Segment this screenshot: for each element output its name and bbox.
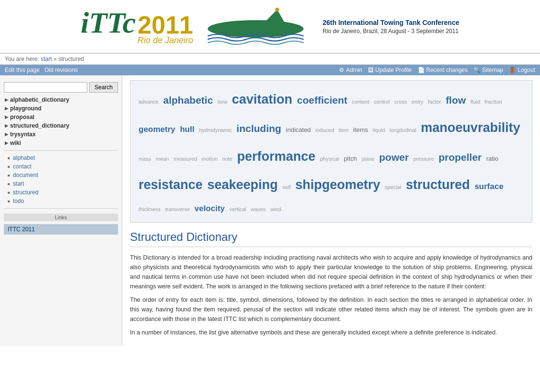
tag-flow[interactable]: flow: [446, 95, 466, 106]
update-profile-link[interactable]: 🖼 Update Profile: [368, 67, 411, 73]
sidebar-item-alphabet[interactable]: alphabet: [0, 154, 122, 162]
tag-liquid[interactable]: liquid: [373, 127, 385, 133]
tag-indicated[interactable]: indicated: [286, 126, 311, 133]
tag-advance[interactable]: advance: [139, 99, 159, 105]
search-input[interactable]: [4, 82, 87, 93]
sidebar-item-structured[interactable]: structured: [0, 188, 122, 197]
conference-info: 26th International Towing Tank Conferenc…: [323, 18, 459, 35]
sidebar-item-proposal[interactable]: proposal: [0, 113, 122, 121]
tag-entry[interactable]: entry: [411, 99, 423, 105]
tag-shipgeometry[interactable]: shipgeometry: [295, 178, 380, 192]
page-header: iTTc 2011 Rio de Janeiro 26th Internati: [0, 0, 540, 54]
search-button[interactable]: Search: [89, 82, 118, 93]
tag-surface[interactable]: surface: [474, 182, 503, 191]
dict-order-para: The order of entry for each item is: tit…: [130, 295, 532, 324]
gear-icon: ⚙: [339, 67, 344, 73]
conf-subtitle: Rio de Janeiro, Brazil, 28 August - 3 Se…: [323, 28, 459, 35]
svg-point-1: [275, 8, 279, 12]
tag-content[interactable]: content: [352, 99, 369, 105]
tag-resistance[interactable]: resistance: [139, 178, 203, 192]
tag-manoeuvrability[interactable]: manoeuvrability: [421, 120, 520, 135]
tag-bow[interactable]: bow: [218, 99, 227, 105]
sidebar-item-todo[interactable]: todo: [0, 197, 122, 205]
sidebar-item-start[interactable]: start: [0, 179, 122, 188]
content-area: advance alphabetic bow cavitation coeffi…: [122, 75, 540, 346]
toolbar-right: ⚙ Admin 🖼 Update Profile 📄 Recent change…: [339, 67, 535, 73]
sidebar-item-wiki[interactable]: wiki: [0, 139, 122, 147]
tag-longitudinal[interactable]: longitudinal: [389, 127, 416, 133]
breadcrumb-start[interactable]: start: [41, 56, 52, 62]
dict-title: Structured Dictionary: [130, 230, 532, 247]
sidebar-item-structured-dictionary[interactable]: structured_dictionary: [0, 121, 122, 130]
sidebar: Search alphabetic_dictionary playground …: [0, 75, 122, 346]
tag-wind[interactable]: wind: [270, 206, 282, 212]
tag-cavitation[interactable]: cavitation: [232, 92, 293, 107]
tag-measured[interactable]: measured: [174, 156, 197, 162]
tag-plane[interactable]: plane: [362, 156, 375, 162]
tag-note[interactable]: note: [222, 156, 232, 162]
sidebar-item-alphabetic-dictionary[interactable]: alphabetic_dictionary: [0, 95, 122, 104]
tag-fraction[interactable]: fraction: [485, 99, 502, 105]
links-item-ittc[interactable]: ITTC 2011: [4, 224, 118, 235]
tag-mass[interactable]: mass: [139, 156, 151, 162]
tag-items[interactable]: items: [353, 126, 368, 133]
changes-icon: 📄: [418, 67, 425, 73]
tag-motion[interactable]: motion: [202, 156, 218, 162]
tag-factor[interactable]: factor: [428, 99, 441, 105]
tag-waves[interactable]: waves: [251, 206, 266, 212]
tag-vertical[interactable]: vertical: [229, 206, 246, 212]
tag-seakeeping[interactable]: seakeeping: [207, 178, 278, 192]
tag-fluid[interactable]: fluid: [470, 99, 480, 105]
tag-special[interactable]: special: [385, 184, 401, 190]
tag-pitch[interactable]: pitch: [344, 155, 357, 162]
tag-alphabetic[interactable]: alphabetic: [163, 95, 213, 106]
tag-propeller[interactable]: propeller: [438, 152, 481, 163]
profile-icon: 🖼: [368, 67, 374, 73]
toolbar-left: Edit this page Old revisions: [5, 67, 78, 73]
dict-instances-para: In a number of instances, the list give …: [130, 328, 532, 337]
tag-including[interactable]: including: [236, 123, 281, 134]
logo-area: iTTc 2011 Rio de Janeiro: [81, 8, 193, 46]
tag-velocity[interactable]: velocity: [194, 204, 224, 213]
tag-mean[interactable]: mean: [156, 156, 169, 162]
tag-pressure[interactable]: pressure: [413, 156, 434, 162]
dictionary-section: Structured Dictionary This Dictionary is…: [130, 230, 532, 337]
sidebar-item-document[interactable]: document: [0, 171, 122, 179]
main-layout: Search alphabetic_dictionary playground …: [0, 75, 540, 346]
sidebar-item-playground[interactable]: playground: [0, 104, 122, 113]
tag-performance[interactable]: performance: [237, 149, 316, 164]
toolbar: Edit this page Old revisions ⚙ Admin 🖼 U…: [0, 65, 540, 75]
tag-structured[interactable]: structured: [406, 178, 470, 192]
sidebar-item-trysyntax[interactable]: trysyntax: [0, 130, 122, 139]
tag-item[interactable]: item: [339, 127, 349, 133]
breadcrumb-current: structured: [59, 56, 84, 62]
tag-cloud: advance alphabetic bow cavitation coeffi…: [130, 80, 532, 223]
sitemap-link[interactable]: 🔍 Sitemap: [473, 67, 503, 73]
tag-induced[interactable]: induced: [316, 127, 334, 133]
logo-ship-graphic: [203, 5, 308, 48]
edit-page-link[interactable]: Edit this page: [5, 67, 40, 73]
logo-year: 2011: [138, 12, 193, 37]
tag-cross[interactable]: cross: [394, 99, 407, 105]
tag-control[interactable]: control: [374, 99, 390, 105]
search-area: Search: [0, 79, 122, 95]
logout-link[interactable]: 🚪 Logout: [509, 67, 535, 73]
sidebar-divider-2: [4, 208, 118, 209]
tag-geometry[interactable]: geometry: [139, 125, 176, 134]
tag-self[interactable]: self: [282, 184, 291, 190]
sidebar-item-contact[interactable]: contact: [0, 162, 122, 171]
tag-power[interactable]: power: [379, 152, 409, 163]
tag-coefficient[interactable]: coefficient: [297, 95, 347, 106]
tag-transverse[interactable]: transverse: [165, 206, 189, 212]
tag-hull[interactable]: hull: [180, 125, 194, 134]
tag-hydrodynamic[interactable]: hydrodynamic: [199, 127, 232, 133]
recent-changes-link[interactable]: 📄 Recent changes: [418, 67, 468, 73]
admin-link[interactable]: ⚙ Admin: [339, 67, 362, 73]
old-revisions-link[interactable]: Old revisions: [45, 67, 78, 73]
tag-thickness[interactable]: thickness: [139, 206, 161, 212]
links-title: Links: [4, 214, 118, 221]
ship-svg: [203, 5, 308, 48]
tag-physical[interactable]: physical: [320, 156, 340, 162]
nav-links-section: alphabet contact document start structur…: [0, 154, 122, 205]
tag-ratio[interactable]: ratio: [486, 155, 498, 162]
